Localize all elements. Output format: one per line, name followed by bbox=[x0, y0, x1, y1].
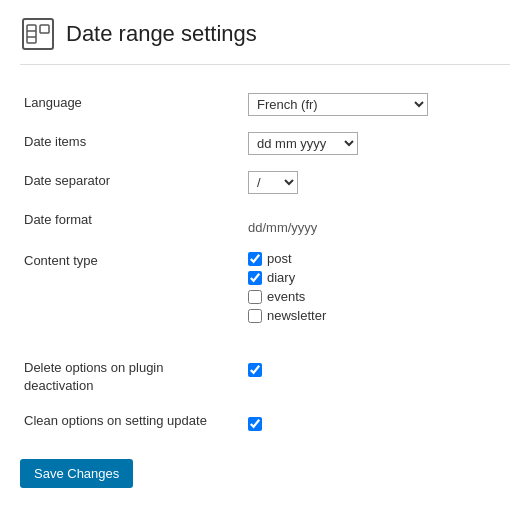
clean-options-checkbox[interactable] bbox=[248, 417, 262, 431]
date-separator-select[interactable]: / - . bbox=[248, 171, 298, 194]
clean-options-checkbox-row bbox=[248, 411, 506, 431]
content-type-diary: diary bbox=[248, 270, 506, 285]
events-checkbox[interactable] bbox=[248, 290, 262, 304]
events-label[interactable]: events bbox=[267, 289, 305, 304]
content-type-row: Content type post diary even bbox=[20, 243, 510, 331]
svg-rect-2 bbox=[40, 25, 49, 33]
post-label[interactable]: post bbox=[267, 251, 292, 266]
content-type-post: post bbox=[248, 251, 506, 266]
clean-options-row: Clean options on setting update bbox=[20, 403, 510, 439]
settings-table: Language French (fr) English German Span… bbox=[20, 85, 510, 439]
page-header: Date range settings bbox=[20, 16, 510, 65]
post-checkbox[interactable] bbox=[248, 252, 262, 266]
clean-options-label: Clean options on setting update bbox=[20, 403, 240, 439]
delete-options-checkbox[interactable] bbox=[248, 363, 262, 377]
date-items-row: Date items dd mm yyyy mm dd yyyy yyyy mm… bbox=[20, 124, 510, 163]
content-type-label: Content type bbox=[20, 243, 240, 331]
diary-label[interactable]: diary bbox=[267, 270, 295, 285]
date-items-label: Date items bbox=[20, 124, 240, 163]
page-wrapper: Date range settings Language French (fr)… bbox=[0, 0, 530, 530]
diary-checkbox[interactable] bbox=[248, 271, 262, 285]
save-button[interactable]: Save Changes bbox=[20, 459, 133, 488]
language-select[interactable]: French (fr) English German Spanish bbox=[248, 93, 428, 116]
spacer-row bbox=[20, 331, 510, 349]
delete-options-row: Delete options on plugin deactivation bbox=[20, 349, 510, 403]
date-format-row: Date format dd/mm/yyyy bbox=[20, 202, 510, 243]
page-title: Date range settings bbox=[66, 21, 257, 47]
delete-options-label: Delete options on plugin deactivation bbox=[24, 360, 164, 393]
content-type-newsletter: newsletter bbox=[248, 308, 506, 323]
newsletter-label[interactable]: newsletter bbox=[267, 308, 326, 323]
language-row: Language French (fr) English German Span… bbox=[20, 85, 510, 124]
settings-icon bbox=[20, 16, 56, 52]
newsletter-checkbox[interactable] bbox=[248, 309, 262, 323]
date-items-select[interactable]: dd mm yyyy mm dd yyyy yyyy mm dd bbox=[248, 132, 358, 155]
date-separator-row: Date separator / - . bbox=[20, 163, 510, 202]
language-label: Language bbox=[20, 85, 240, 124]
content-type-events: events bbox=[248, 289, 506, 304]
content-type-group: post diary events newsletter bbox=[248, 251, 506, 323]
date-format-label: Date format bbox=[20, 202, 240, 243]
delete-options-checkbox-row bbox=[248, 357, 506, 377]
date-separator-label: Date separator bbox=[20, 163, 240, 202]
date-format-value: dd/mm/yyyy bbox=[248, 210, 317, 235]
svg-rect-1 bbox=[27, 25, 36, 43]
